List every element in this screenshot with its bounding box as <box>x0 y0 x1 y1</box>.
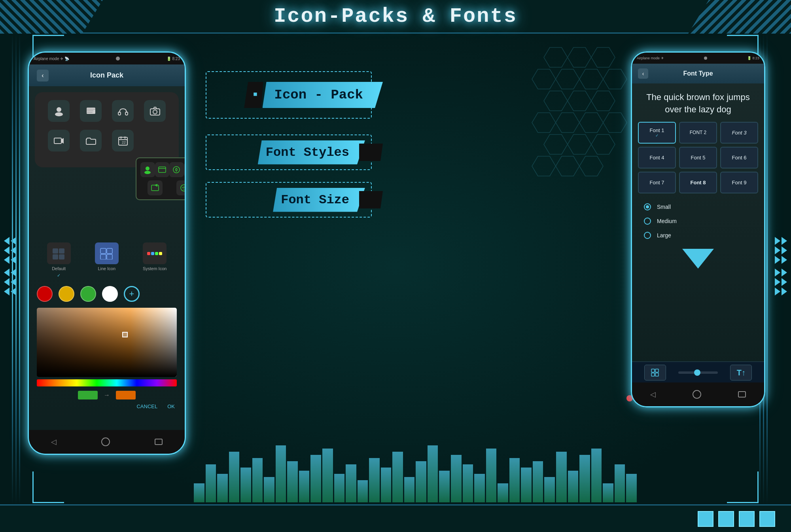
rainbow-bar[interactable] <box>37 379 177 386</box>
option-default-label: Default <box>52 266 66 271</box>
app-icon-empty <box>144 130 166 151</box>
font-btn-1[interactable]: Font 1 ✓ <box>638 122 676 144</box>
right-nav-recent[interactable] <box>738 391 746 398</box>
icon-row-2: 22 <box>43 130 171 151</box>
icon-option-default[interactable]: Default ✓ <box>47 242 71 278</box>
font-size-black-tail <box>359 191 383 208</box>
font-size-section: Font Size <box>206 182 372 218</box>
frame-corner-bl <box>32 471 64 503</box>
slider-track[interactable] <box>678 371 718 374</box>
font-type-btn[interactable]: T↑ <box>730 365 752 381</box>
svg-marker-62 <box>603 113 627 133</box>
svg-marker-56 <box>544 91 568 111</box>
add-color-button[interactable]: + <box>124 286 140 302</box>
app-icon-folder[interactable] <box>80 130 102 151</box>
nav-home[interactable] <box>101 437 110 446</box>
app-icon-contacts[interactable] <box>48 100 70 122</box>
app-icon-headphone[interactable] <box>112 100 134 122</box>
right-back-btn[interactable]: ‹ <box>638 68 648 79</box>
left-phone-nav: ◁ <box>29 430 185 454</box>
color-preview-row: → <box>29 389 185 401</box>
bottom-bar <box>0 504 791 532</box>
right-phone-frame: Airplane mode ✈ 🔋 8:23 ‹ Font Type The q… <box>631 51 765 407</box>
hex-pattern <box>530 40 641 239</box>
font-size-label: Font Size <box>273 188 365 212</box>
svg-rect-41 <box>53 248 58 254</box>
color-red[interactable] <box>37 286 53 302</box>
font-size-options: Small Medium Large <box>632 199 764 243</box>
medium-label: Medium <box>657 218 677 224</box>
font-btn-7[interactable]: Font 7 <box>638 172 676 193</box>
option-line-label: Line Icon <box>98 266 115 271</box>
font-size-small[interactable]: Small <box>644 203 752 210</box>
color-white[interactable] <box>102 286 118 302</box>
radio-small[interactable] <box>644 203 651 210</box>
status-right: 🔋 8:23 <box>167 57 180 61</box>
app-icon-video[interactable] <box>48 130 70 151</box>
left-phone-frame: Airplane mode ✈ 📡 🔋 8:23 ‹ Icon Pack <box>28 51 186 455</box>
preview-text-area: The quick brown fox jumps over the lazy … <box>632 83 764 122</box>
font-btn-6[interactable]: Font 6 <box>720 147 758 168</box>
font-size-medium[interactable]: Medium <box>644 218 752 225</box>
swatch-to <box>116 391 136 399</box>
font-type-title: Font Type <box>653 70 743 77</box>
font-btn-3[interactable]: Font 3 <box>720 122 758 144</box>
nav-recent[interactable] <box>155 439 163 445</box>
back-button[interactable]: ‹ <box>37 70 49 81</box>
nav-back[interactable]: ◁ <box>51 437 57 446</box>
color-picker-cursor[interactable] <box>122 332 128 337</box>
preview-text: The quick brown fox jumps over the lazy … <box>640 91 756 116</box>
svg-marker-51 <box>591 47 615 67</box>
font-btn-9[interactable]: Font 9 <box>720 172 758 193</box>
color-picker-gradient[interactable] <box>37 308 177 377</box>
app-icon-calendar[interactable]: 22 <box>112 130 134 151</box>
bottom-dot-2 <box>718 511 734 527</box>
svg-point-0 <box>57 107 61 112</box>
svg-text:22: 22 <box>122 140 126 144</box>
font-btn-2[interactable]: FONT 2 <box>679 122 717 144</box>
cancel-button[interactable]: CANCEL <box>136 403 157 409</box>
font-btn-4[interactable]: Font 4 <box>638 147 676 168</box>
bottom-dot-3 <box>739 511 755 527</box>
svg-rect-44 <box>59 254 64 259</box>
font-size-large[interactable]: Large <box>644 232 752 239</box>
icon-option-system[interactable]: System Icon <box>143 242 167 278</box>
icon-type-options: Default ✓ Line Icon <box>29 239 185 282</box>
ok-button[interactable]: OK <box>167 403 175 409</box>
icon-option-line[interactable]: Line Icon <box>95 242 119 278</box>
bottom-dot-4 <box>759 511 775 527</box>
radio-medium[interactable] <box>644 218 651 225</box>
svg-marker-67 <box>556 156 579 176</box>
equalizer <box>194 439 637 502</box>
page-title: Icon-Packs & Fonts <box>274 5 517 28</box>
svg-point-17 <box>146 167 149 170</box>
icon-pack-label: Icon - Pack <box>263 82 383 108</box>
svg-rect-69 <box>651 369 655 372</box>
left-phone-container: Airplane mode ✈ 📡 🔋 8:23 ‹ Icon Pack <box>28 51 186 455</box>
radio-large[interactable] <box>644 232 651 239</box>
icon-pack-header: ‹ Icon Pack <box>29 64 185 86</box>
svg-marker-64 <box>568 134 591 154</box>
color-yellow[interactable] <box>59 286 74 302</box>
right-nav-back[interactable]: ◁ <box>650 390 656 399</box>
color-green[interactable] <box>80 286 96 302</box>
app-icon-camera[interactable] <box>144 100 166 122</box>
slider-thumb[interactable] <box>694 369 700 376</box>
icon-picker-btn[interactable] <box>644 365 666 381</box>
font-type-header: ‹ Font Type <box>632 64 764 83</box>
svg-rect-45 <box>100 248 106 254</box>
font-btn-8[interactable]: Font 8 <box>679 172 717 193</box>
small-label: Small <box>657 204 671 210</box>
screen-title: Icon Pack <box>55 71 159 80</box>
svg-marker-63 <box>544 134 568 154</box>
color-picker-row: + <box>29 282 185 306</box>
app-icon-messages[interactable] <box>80 100 102 122</box>
font-btn-5[interactable]: Font 5 <box>679 147 717 168</box>
option-system-label: System Icon <box>143 266 167 271</box>
svg-point-9 <box>153 110 157 114</box>
svg-text:You Tube: You Tube <box>183 188 186 190</box>
svg-marker-58 <box>591 91 615 111</box>
svg-rect-43 <box>53 254 58 259</box>
svg-marker-59 <box>532 113 556 133</box>
right-nav-home[interactable] <box>693 390 701 399</box>
